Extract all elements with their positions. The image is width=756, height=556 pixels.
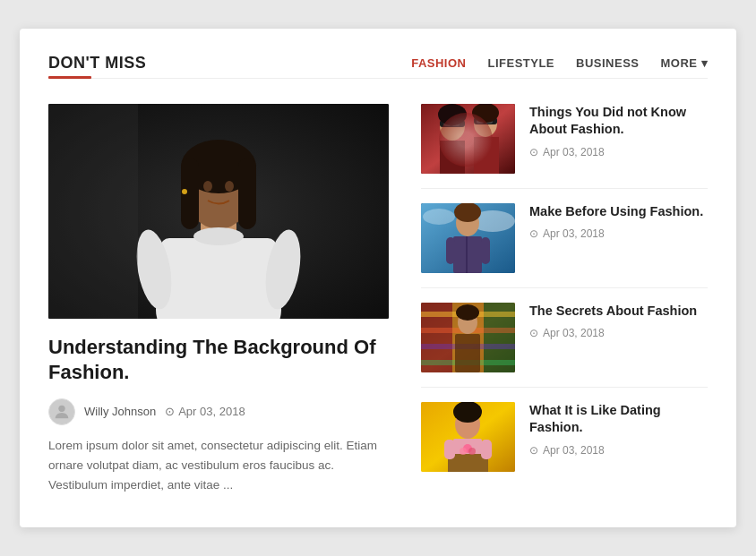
- svg-rect-37: [466, 236, 468, 273]
- article-thumbnail-1[interactable]: [421, 104, 515, 174]
- article-thumbnail-3[interactable]: [421, 303, 515, 372]
- main-article-image[interactable]: [48, 104, 389, 319]
- svg-rect-56: [444, 440, 455, 459]
- article-date-3: ⊙ Apr 03, 2018: [529, 327, 708, 339]
- section-title: DON'T MISS: [48, 54, 146, 73]
- chevron-down-icon: ▾: [701, 56, 709, 70]
- main-article: Understanding The Background Of Fashion.…: [48, 104, 389, 496]
- article-info-1: Things You Did not Know About Fashion. ⊙…: [529, 104, 708, 174]
- svg-rect-39: [481, 237, 490, 264]
- article-info-4: What It is Like Dating Fashion. ⊙ Apr 03…: [529, 402, 708, 472]
- article-title-1[interactable]: Things You Did not Know About Fashion.: [529, 104, 708, 139]
- content-area: Understanding The Background Of Fashion.…: [48, 104, 708, 496]
- nav-menu: FASHION LIFESTYLE BUSINESS MORE ▾: [411, 56, 708, 70]
- clock-icon: ⊙: [529, 227, 538, 240]
- article-info-3: The Secrets About Fashion ⊙ Apr 03, 2018: [529, 303, 708, 372]
- svg-point-14: [193, 227, 244, 245]
- svg-rect-15: [48, 104, 138, 319]
- clock-icon: ⊙: [529, 327, 538, 339]
- author-name: Willy Johnson: [84, 405, 156, 418]
- clock-icon: ⊙: [529, 444, 538, 457]
- main-article-meta: Willy Johnson ⊙ Apr 03, 2018: [48, 398, 389, 425]
- list-item: Make Before Using Fashion. ⊙ Apr 03, 201…: [421, 189, 708, 288]
- svg-rect-50: [455, 334, 480, 372]
- section-header: DON'T MISS FASHION LIFESTYLE BUSINESS MO…: [48, 54, 708, 73]
- divider-accent: [48, 76, 91, 79]
- list-item: The Secrets About Fashion ⊙ Apr 03, 2018: [421, 288, 708, 388]
- main-card: DON'T MISS FASHION LIFESTYLE BUSINESS MO…: [20, 29, 736, 528]
- svg-rect-27: [477, 119, 484, 124]
- nav-item-fashion[interactable]: FASHION: [411, 56, 466, 70]
- svg-rect-3: [160, 238, 277, 319]
- nav-item-lifestyle[interactable]: LIFESTYLE: [487, 56, 554, 70]
- svg-point-35: [454, 203, 481, 222]
- sidebar-articles: Things You Did not Know About Fashion. ⊙…: [421, 104, 708, 496]
- section-divider: [48, 78, 708, 79]
- article-info-2: Make Before Using Fashion. ⊙ Apr 03, 201…: [529, 203, 708, 273]
- clock-icon: ⊙: [529, 146, 538, 158]
- nav-item-more[interactable]: MORE ▾: [661, 56, 709, 70]
- nav-item-business[interactable]: BUSINESS: [576, 56, 639, 70]
- article-title-3[interactable]: The Secrets About Fashion: [529, 303, 708, 321]
- svg-point-16: [58, 405, 64, 411]
- svg-point-11: [203, 181, 212, 192]
- clock-icon: ⊙: [165, 405, 175, 418]
- svg-rect-29: [474, 137, 499, 174]
- main-article-date: ⊙ Apr 03, 2018: [165, 405, 245, 418]
- list-item: What It is Like Dating Fashion. ⊙ Apr 03…: [421, 388, 708, 486]
- main-article-excerpt: Lorem ipsum dolor sit amet, consectetur …: [48, 436, 389, 496]
- author-avatar: [48, 398, 75, 425]
- article-thumbnail-2[interactable]: [421, 203, 515, 273]
- article-title-2[interactable]: Make Before Using Fashion.: [529, 203, 708, 221]
- svg-rect-22: [452, 122, 460, 126]
- svg-point-13: [182, 189, 187, 194]
- svg-rect-18: [421, 104, 515, 174]
- svg-point-30: [472, 104, 499, 123]
- svg-rect-21: [443, 122, 451, 126]
- article-date-2: ⊙ Apr 03, 2018: [529, 227, 708, 240]
- main-article-title[interactable]: Understanding The Background Of Fashion.: [48, 335, 389, 386]
- svg-point-12: [225, 181, 234, 192]
- article-title-4[interactable]: What It is Like Dating Fashion.: [529, 402, 708, 437]
- svg-point-59: [460, 448, 467, 455]
- svg-rect-23: [440, 141, 465, 174]
- article-date-1: ⊙ Apr 03, 2018: [529, 146, 708, 158]
- svg-point-24: [438, 104, 467, 125]
- svg-point-49: [456, 304, 479, 321]
- list-item: Things You Did not Know About Fashion. ⊙…: [421, 104, 708, 189]
- svg-rect-38: [446, 237, 455, 264]
- article-date-4: ⊙ Apr 03, 2018: [529, 444, 708, 457]
- svg-point-53: [453, 402, 482, 423]
- svg-point-60: [468, 448, 476, 455]
- svg-rect-10: [238, 158, 256, 229]
- svg-rect-57: [481, 440, 492, 459]
- svg-point-33: [423, 209, 455, 225]
- article-thumbnail-4[interactable]: [421, 402, 515, 472]
